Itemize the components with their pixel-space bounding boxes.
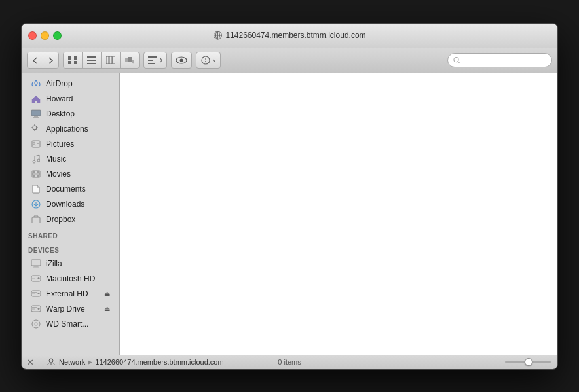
- statusbar: ✕ Network ▶ 1142660474.members.btmm.iclo…: [22, 355, 557, 369]
- music-icon: [31, 154, 41, 164]
- devices-section-label: DEVICES: [22, 241, 119, 256]
- sidebar-item-wd-smart[interactable]: WD Smart...: [24, 317, 117, 331]
- search-box[interactable]: [447, 53, 552, 67]
- traffic-lights: [28, 31, 62, 40]
- dropbox-icon: [31, 214, 41, 224]
- slider-track[interactable]: [505, 361, 551, 363]
- warp-drive-icon: [31, 304, 41, 314]
- svg-rect-48: [31, 260, 41, 266]
- path-location: 1142660474.members.btmm.icloud.com: [95, 358, 223, 366]
- view-buttons: [63, 52, 140, 69]
- svg-point-41: [37, 171, 39, 173]
- monitor-icon: [31, 258, 41, 269]
- documents-icon: [31, 184, 41, 194]
- svg-rect-9: [87, 60, 96, 61]
- sidebar-item-howard[interactable]: Howard: [24, 92, 117, 106]
- back-button[interactable]: [28, 52, 43, 68]
- close-button[interactable]: [28, 31, 37, 40]
- harddrive-icon: [31, 274, 41, 284]
- desktop-icon: [31, 109, 41, 119]
- svg-point-42: [33, 175, 35, 177]
- sidebar-item-downloads[interactable]: Downloads: [24, 197, 117, 211]
- path-arrow: ▶: [88, 359, 92, 365]
- svg-line-66: [47, 363, 49, 365]
- sidebar-item-applications[interactable]: Applications: [24, 122, 117, 136]
- svg-rect-4: [68, 56, 71, 60]
- svg-point-65: [49, 359, 53, 363]
- svg-rect-50: [33, 267, 39, 268]
- svg-rect-29: [33, 117, 39, 118]
- window-title: 1142660474.members.btmm.icloud.com: [213, 31, 365, 40]
- svg-rect-5: [74, 56, 77, 60]
- minimize-button[interactable]: [41, 31, 49, 40]
- svg-rect-11: [106, 56, 109, 64]
- search-input[interactable]: [463, 56, 546, 64]
- home-icon: [31, 94, 41, 104]
- svg-point-52: [38, 277, 40, 279]
- sidebar-item-music[interactable]: Music: [24, 152, 117, 166]
- items-count: 0 items: [278, 358, 301, 366]
- titlebar-text: 1142660474.members.btmm.icloud.com: [225, 31, 365, 40]
- sidebar: AirDrop Howard Desktop Applications: [22, 73, 120, 355]
- sidebar-item-airdrop[interactable]: AirDrop: [24, 77, 117, 91]
- sidebar-item-label: Dropbox: [46, 215, 75, 224]
- list-view-button[interactable]: [82, 52, 101, 68]
- main-area: AirDrop Howard Desktop Applications: [22, 73, 557, 355]
- icon-view-button[interactable]: [64, 52, 82, 68]
- sidebar-item-external-hd[interactable]: External HD ⏏: [24, 287, 117, 301]
- sidebar-item-label: Desktop: [46, 109, 75, 118]
- slider-thumb[interactable]: [525, 358, 532, 366]
- svg-point-60: [38, 308, 40, 310]
- svg-rect-6: [68, 61, 71, 64]
- sidebar-item-documents[interactable]: Documents: [24, 182, 117, 196]
- svg-rect-7: [74, 61, 77, 64]
- airdrop-icon: [31, 79, 41, 89]
- sidebar-item-dropbox[interactable]: Dropbox: [24, 212, 117, 226]
- forward-button[interactable]: [43, 52, 58, 68]
- svg-rect-47: [32, 217, 40, 223]
- sidebar-item-desktop[interactable]: Desktop: [24, 107, 117, 121]
- arrange-button[interactable]: [143, 52, 167, 69]
- svg-rect-10: [87, 63, 96, 64]
- sidebar-item-warp-drive[interactable]: Warp Drive ⏏: [24, 302, 117, 316]
- sidebar-item-label: Macintosh HD: [46, 274, 95, 283]
- svg-point-56: [38, 293, 40, 294]
- eject-icon-warp[interactable]: ⏏: [104, 305, 110, 312]
- applications-icon: [31, 124, 41, 134]
- svg-point-36: [33, 141, 35, 143]
- coverflow-view-button[interactable]: [120, 52, 139, 68]
- pictures-icon: [31, 139, 41, 149]
- sidebar-item-label: Music: [46, 154, 66, 164]
- action-button[interactable]: [196, 52, 221, 69]
- maximize-button[interactable]: [53, 31, 62, 40]
- svg-point-25: [454, 58, 458, 62]
- svg-point-21: [180, 59, 183, 62]
- svg-rect-14: [128, 57, 132, 62]
- harddrive-external-icon: [31, 289, 41, 299]
- sidebar-item-movies[interactable]: Movies: [24, 167, 117, 181]
- sidebar-item-label: Pictures: [46, 139, 74, 149]
- svg-point-63: [32, 320, 40, 328]
- sidebar-item-label: Howard: [46, 94, 73, 103]
- svg-rect-12: [109, 56, 112, 64]
- svg-point-37: [33, 160, 35, 163]
- delete-button[interactable]: ✕: [22, 357, 39, 367]
- svg-point-40: [33, 171, 35, 173]
- svg-rect-15: [125, 58, 128, 62]
- sidebar-item-label: Movies: [46, 169, 71, 179]
- disk-icon: [31, 319, 41, 329]
- svg-rect-27: [31, 110, 41, 116]
- sidebar-item-macintosh-hd[interactable]: Macintosh HD: [24, 272, 117, 286]
- eye-button[interactable]: [171, 52, 192, 69]
- column-view-button[interactable]: [101, 52, 120, 68]
- svg-rect-17: [148, 56, 157, 58]
- sidebar-item-izilla[interactable]: iZilla: [24, 257, 117, 271]
- svg-point-38: [37, 159, 40, 162]
- sidebar-item-label: AirDrop: [46, 79, 73, 88]
- content-area: [120, 73, 557, 355]
- movies-icon: [31, 169, 41, 179]
- eject-icon[interactable]: ⏏: [104, 290, 110, 297]
- svg-rect-18: [148, 60, 153, 61]
- sidebar-item-pictures[interactable]: Pictures: [24, 137, 117, 151]
- zoom-slider: [498, 361, 557, 363]
